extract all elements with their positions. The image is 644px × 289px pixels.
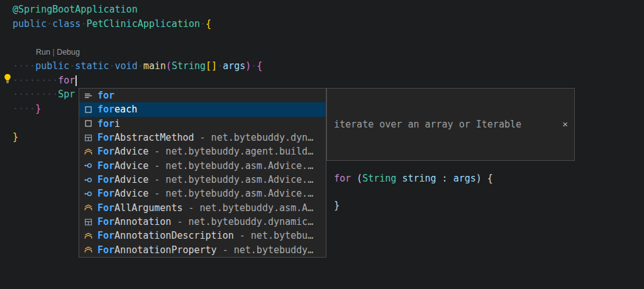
code-line-class-decl: public·class·PetClinicApplication·{ [13, 17, 262, 31]
token: void [115, 60, 138, 72]
codelens-line: Run | Debug [13, 45, 262, 60]
code-line-blank [13, 31, 262, 45]
token: ) [245, 60, 251, 72]
token: public [13, 18, 47, 30]
docs-code-block: for (String string : args) {} [334, 159, 568, 213]
token: ········ [13, 75, 58, 86]
suggestion-match-text: For [97, 132, 114, 143]
lightbulb-icon[interactable] [2, 73, 13, 84]
docs-summary-text: iterate over an array or Iterable [334, 118, 521, 132]
suggest-item-forallarguments[interactable]: ForAllArguments - net.bytebuddy.asm.A… [79, 201, 326, 215]
codelens-debug-link[interactable]: Debug [57, 48, 80, 57]
token: · [69, 60, 75, 72]
structure-icon [83, 133, 93, 143]
token: ···· [13, 103, 35, 114]
token: · [200, 18, 206, 30]
class-icon [83, 203, 93, 213]
class-icon [83, 146, 93, 156]
suggestion-rest-text: each [114, 104, 137, 115]
suggestion-detail-text: - net.bytebuddy.agent.build… [148, 146, 313, 157]
suggest-item-foradvice[interactable]: ForAdvice - net.bytebuddy.asm.Advice.… [79, 173, 326, 187]
code-line-main-decl: ····public·static·void·main(String[]·arg… [13, 59, 262, 74]
suggest-item-fori[interactable]: fori [79, 117, 326, 131]
docs-code-line [334, 186, 568, 200]
suggest-item-forannotationproperty[interactable]: ForAnnotationProperty - net.bytebuddy… [79, 243, 326, 257]
token: } [334, 200, 340, 211]
suggestion-detail-text: - net.bytebuddy.dynamic… [171, 216, 313, 227]
keyword-icon [83, 90, 93, 101]
close-icon[interactable]: × [562, 118, 568, 130]
token: ( [351, 173, 362, 184]
suggestion-match-text: For [97, 146, 114, 157]
suggestion-rest-text: Annotation [114, 216, 171, 227]
codelens-separator: | [50, 48, 57, 57]
text-cursor [75, 75, 77, 86]
suggestion-rest-text: i [114, 118, 120, 129]
code-line-for: ········for [13, 74, 262, 88]
suggestion-label: ForAnnotationDescription - net.bytebu… [97, 230, 313, 241]
suggestion-label: ForAbstractMethod - net.bytebuddy.dyn… [97, 132, 313, 143]
snippet-icon [83, 104, 93, 114]
suggest-item-foradvice[interactable]: ForAdvice - net.bytebuddy.asm.Advice.… [79, 187, 326, 200]
token: [] [206, 60, 217, 72]
token: @SpringBootApplication [13, 4, 138, 15]
token: String [172, 60, 206, 72]
suggest-item-forannotationdescription[interactable]: ForAnnotationDescription - net.bytebu… [79, 229, 326, 243]
suggestion-label: ForAnnotation - net.bytebuddy.dynamic… [97, 216, 313, 227]
suggestion-detail-text: - net.bytebuddy.asm.Advice.… [148, 174, 313, 185]
suggestion-label: ForAnnotationProperty - net.bytebuddy… [97, 244, 313, 256]
token: string [402, 173, 436, 184]
suggest-item-foradvice[interactable]: ForAdvice - net.bytebuddy.asm.Advice.… [79, 159, 326, 173]
token: main [143, 60, 166, 72]
interface-icon [83, 161, 93, 171]
suggestion-match-text: For [97, 202, 114, 214]
suggestion-rest-text: Advice [114, 146, 148, 157]
code-line-annotation: @SpringBootApplication [13, 3, 262, 17]
suggestion-detail-text: - net.bytebuddy.asm.A… [182, 202, 313, 214]
suggestion-rest-text: Advice [114, 160, 148, 172]
structure-icon [83, 217, 93, 227]
interface-icon [83, 175, 93, 185]
token: : [436, 173, 453, 184]
token: class [52, 18, 80, 30]
suggestion-label: foreach [97, 104, 137, 115]
suggest-item-for[interactable]: for [79, 89, 326, 102]
suggestion-rest-text: Advice [114, 188, 148, 199]
suggest-item-foradvice[interactable]: ForAdvice - net.bytebuddy.agent.build… [79, 144, 326, 158]
token: PetClinicApplication [86, 18, 200, 30]
suggestion-label: ForAdvice - net.bytebuddy.asm.Advice.… [97, 174, 313, 185]
suggestion-docs-panel: iterate over an array or Iterable × for … [326, 88, 575, 161]
suggestion-detail-text: - net.bytebu… [234, 230, 313, 241]
suggestion-rest-text: AbstractMethod [114, 132, 194, 143]
suggestion-match-text: for [97, 90, 114, 101]
suggestion-match-text: For [97, 230, 114, 241]
docs-code-line: } [334, 199, 568, 213]
suggestion-detail-text: - net.bytebuddy… [217, 244, 314, 256]
suggestion-match-text: for [97, 104, 114, 115]
suggestion-rest-text: AllArguments [114, 202, 182, 214]
class-icon [83, 245, 93, 255]
docs-code-line [334, 159, 568, 173]
suggest-item-forannotation[interactable]: ForAnnotation - net.bytebuddy.dynamic… [79, 215, 326, 229]
token: · [251, 60, 257, 72]
suggest-item-foreach[interactable]: foreach [79, 102, 326, 116]
suggestion-rest-text: Advice [114, 174, 148, 185]
vscode-editor: { "colors": { "editor_background": "#1b1… [0, 0, 644, 289]
suggestion-match-text: For [97, 244, 114, 256]
token: args [453, 173, 476, 184]
token: args [223, 60, 245, 72]
suggest-item-forabstractmethod[interactable]: ForAbstractMethod - net.bytebuddy.dyn… [79, 131, 326, 144]
token: for [334, 173, 351, 184]
suggestion-label: for [97, 90, 114, 101]
codelens-run-link[interactable]: Run [36, 48, 50, 57]
token: public [35, 60, 69, 72]
interface-icon [83, 188, 93, 199]
token: } [35, 103, 41, 114]
token: Spr [58, 89, 75, 100]
suggestion-detail-text: - net.bytebuddy.asm.Advice.… [148, 188, 313, 199]
suggestion-label: fori [97, 118, 120, 129]
token: ) { [476, 173, 493, 184]
suggestion-match-text: For [97, 174, 114, 185]
token: { [206, 18, 211, 30]
suggestion-detail-text: - net.bytebuddy.dyn… [194, 132, 314, 143]
